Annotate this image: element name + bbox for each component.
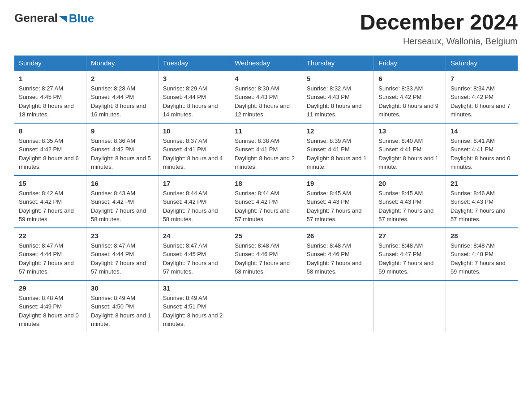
day-info: Sunrise: 8:49 AMSunset: 4:50 PMDaylight:… (91, 294, 154, 329)
header-sunday: Sunday (14, 56, 86, 71)
day-info: Sunrise: 8:32 AMSunset: 4:43 PMDaylight:… (307, 84, 369, 119)
day-info: Sunrise: 8:44 AMSunset: 4:42 PMDaylight:… (163, 189, 226, 224)
calendar-cell: 14 Sunrise: 8:41 AMSunset: 4:41 PMDaylig… (446, 123, 518, 176)
day-number: 8 (19, 127, 82, 135)
day-info: Sunrise: 8:43 AMSunset: 4:42 PMDaylight:… (91, 189, 154, 224)
calendar-cell: 6 Sunrise: 8:33 AMSunset: 4:42 PMDayligh… (374, 71, 446, 123)
day-info: Sunrise: 8:48 AMSunset: 4:47 PMDaylight:… (378, 241, 441, 276)
calendar-cell: 26 Sunrise: 8:48 AMSunset: 4:46 PMDaylig… (302, 228, 374, 280)
day-number: 20 (378, 180, 441, 187)
page-header: General Blue December 2024 Herseaux, Wal… (14, 11, 518, 47)
day-info: Sunrise: 8:48 AMSunset: 4:48 PMDaylight:… (450, 241, 513, 276)
day-number: 28 (450, 232, 513, 240)
calendar-cell: 13 Sunrise: 8:40 AMSunset: 4:41 PMDaylig… (374, 123, 446, 176)
day-number: 23 (91, 232, 154, 240)
day-number: 11 (235, 127, 297, 135)
day-info: Sunrise: 8:44 AMSunset: 4:42 PMDaylight:… (235, 189, 297, 224)
calendar-cell (446, 280, 518, 332)
calendar-cell: 21 Sunrise: 8:46 AMSunset: 4:43 PMDaylig… (446, 176, 518, 228)
day-info: Sunrise: 8:33 AMSunset: 4:42 PMDaylight:… (378, 84, 441, 119)
logo-triangle-icon (58, 14, 68, 24)
calendar-cell: 19 Sunrise: 8:45 AMSunset: 4:43 PMDaylig… (302, 176, 374, 228)
day-number: 29 (19, 284, 82, 292)
calendar-cell: 4 Sunrise: 8:30 AMSunset: 4:43 PMDayligh… (230, 71, 302, 123)
day-info: Sunrise: 8:28 AMSunset: 4:44 PMDaylight:… (91, 84, 154, 119)
day-number: 27 (378, 232, 441, 240)
calendar-cell: 10 Sunrise: 8:37 AMSunset: 4:41 PMDaylig… (158, 123, 230, 176)
calendar-cell: 7 Sunrise: 8:34 AMSunset: 4:42 PMDayligh… (446, 71, 518, 123)
day-number: 7 (450, 75, 513, 82)
calendar-week-1: 1 Sunrise: 8:27 AMSunset: 4:45 PMDayligh… (14, 71, 518, 123)
day-info: Sunrise: 8:34 AMSunset: 4:42 PMDaylight:… (450, 84, 513, 119)
day-info: Sunrise: 8:30 AMSunset: 4:43 PMDaylight:… (235, 84, 297, 119)
header-monday: Monday (86, 56, 159, 71)
svg-marker-0 (59, 16, 67, 22)
day-number: 13 (378, 127, 441, 135)
day-number: 4 (235, 75, 297, 82)
day-info: Sunrise: 8:48 AMSunset: 4:49 PMDaylight:… (19, 294, 82, 329)
calendar-cell (302, 280, 374, 332)
calendar-cell: 5 Sunrise: 8:32 AMSunset: 4:43 PMDayligh… (302, 71, 374, 123)
calendar-cell: 22 Sunrise: 8:47 AMSunset: 4:44 PMDaylig… (14, 228, 86, 280)
day-info: Sunrise: 8:35 AMSunset: 4:42 PMDaylight:… (19, 137, 82, 171)
calendar-cell: 20 Sunrise: 8:45 AMSunset: 4:43 PMDaylig… (374, 176, 446, 228)
logo-blue: Blue (69, 12, 94, 26)
day-number: 19 (307, 180, 369, 187)
calendar-cell: 8 Sunrise: 8:35 AMSunset: 4:42 PMDayligh… (14, 123, 86, 176)
day-number: 12 (307, 127, 369, 135)
calendar-cell: 23 Sunrise: 8:47 AMSunset: 4:44 PMDaylig… (86, 228, 159, 280)
location-subtitle: Herseaux, Wallonia, Belgium (360, 36, 518, 47)
calendar-cell: 9 Sunrise: 8:36 AMSunset: 4:42 PMDayligh… (86, 123, 159, 176)
calendar-week-4: 22 Sunrise: 8:47 AMSunset: 4:44 PMDaylig… (14, 228, 518, 280)
calendar-cell: 2 Sunrise: 8:28 AMSunset: 4:44 PMDayligh… (86, 71, 159, 123)
title-section: December 2024 Herseaux, Wallonia, Belgiu… (360, 11, 518, 47)
day-info: Sunrise: 8:42 AMSunset: 4:42 PMDaylight:… (19, 189, 82, 224)
calendar-cell (374, 280, 446, 332)
day-number: 9 (91, 127, 154, 135)
header-saturday: Saturday (446, 56, 518, 71)
day-number: 21 (450, 180, 513, 187)
day-number: 5 (307, 75, 369, 82)
day-number: 14 (450, 127, 513, 135)
calendar-cell: 17 Sunrise: 8:44 AMSunset: 4:42 PMDaylig… (158, 176, 230, 228)
header-tuesday: Tuesday (158, 56, 230, 71)
day-info: Sunrise: 8:48 AMSunset: 4:46 PMDaylight:… (307, 241, 369, 276)
calendar-table: Sunday Monday Tuesday Wednesday Thursday… (14, 56, 518, 332)
header-thursday: Thursday (302, 56, 374, 71)
day-info: Sunrise: 8:37 AMSunset: 4:41 PMDaylight:… (163, 137, 226, 171)
logo: General Blue (14, 11, 94, 26)
day-info: Sunrise: 8:49 AMSunset: 4:51 PMDaylight:… (163, 294, 226, 329)
header-friday: Friday (374, 56, 446, 71)
calendar-cell: 12 Sunrise: 8:39 AMSunset: 4:41 PMDaylig… (302, 123, 374, 176)
calendar-cell: 31 Sunrise: 8:49 AMSunset: 4:51 PMDaylig… (158, 280, 230, 332)
day-info: Sunrise: 8:45 AMSunset: 4:43 PMDaylight:… (378, 189, 441, 224)
calendar-cell: 29 Sunrise: 8:48 AMSunset: 4:49 PMDaylig… (14, 280, 86, 332)
day-number: 16 (91, 180, 154, 187)
calendar-cell: 27 Sunrise: 8:48 AMSunset: 4:47 PMDaylig… (374, 228, 446, 280)
day-number: 31 (163, 284, 226, 292)
calendar-cell: 11 Sunrise: 8:38 AMSunset: 4:41 PMDaylig… (230, 123, 302, 176)
day-info: Sunrise: 8:48 AMSunset: 4:46 PMDaylight:… (235, 241, 297, 276)
calendar-header-row: Sunday Monday Tuesday Wednesday Thursday… (14, 56, 518, 71)
calendar-week-5: 29 Sunrise: 8:48 AMSunset: 4:49 PMDaylig… (14, 280, 518, 332)
calendar-cell: 16 Sunrise: 8:43 AMSunset: 4:42 PMDaylig… (86, 176, 159, 228)
calendar-cell: 28 Sunrise: 8:48 AMSunset: 4:48 PMDaylig… (446, 228, 518, 280)
day-info: Sunrise: 8:46 AMSunset: 4:43 PMDaylight:… (450, 189, 513, 224)
day-number: 2 (91, 75, 154, 82)
day-info: Sunrise: 8:47 AMSunset: 4:45 PMDaylight:… (163, 241, 226, 276)
day-number: 26 (307, 232, 369, 240)
day-info: Sunrise: 8:29 AMSunset: 4:44 PMDaylight:… (163, 84, 226, 119)
day-info: Sunrise: 8:47 AMSunset: 4:44 PMDaylight:… (19, 241, 82, 276)
calendar-cell: 1 Sunrise: 8:27 AMSunset: 4:45 PMDayligh… (14, 71, 86, 123)
day-number: 30 (91, 284, 154, 292)
month-title: December 2024 (360, 11, 518, 34)
day-info: Sunrise: 8:39 AMSunset: 4:41 PMDaylight:… (307, 137, 369, 171)
day-number: 1 (19, 75, 82, 82)
day-info: Sunrise: 8:27 AMSunset: 4:45 PMDaylight:… (19, 84, 82, 119)
day-info: Sunrise: 8:38 AMSunset: 4:41 PMDaylight:… (235, 137, 297, 171)
day-number: 6 (378, 75, 441, 82)
calendar-cell: 15 Sunrise: 8:42 AMSunset: 4:42 PMDaylig… (14, 176, 86, 228)
day-number: 3 (163, 75, 226, 82)
day-number: 10 (163, 127, 226, 135)
calendar-cell: 18 Sunrise: 8:44 AMSunset: 4:42 PMDaylig… (230, 176, 302, 228)
